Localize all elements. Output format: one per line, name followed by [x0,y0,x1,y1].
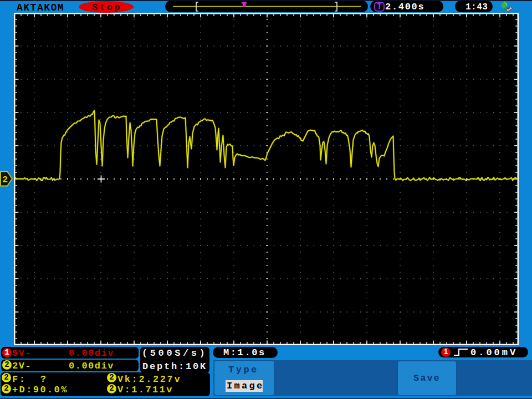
svg-text:2: 2 [2,175,8,185]
